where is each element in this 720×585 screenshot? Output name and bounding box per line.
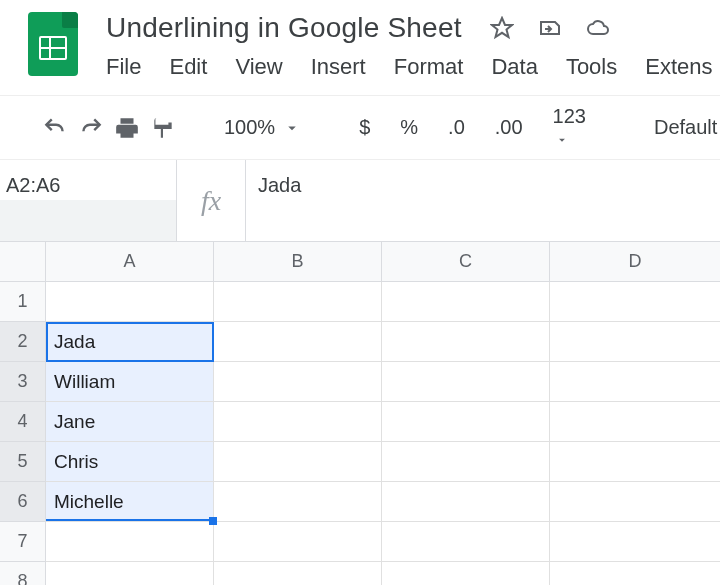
zoom-value: 100% [224, 116, 275, 139]
cell-D5[interactable] [550, 442, 720, 482]
row-header-2[interactable]: 2 [0, 322, 46, 362]
chevron-down-icon [555, 133, 569, 147]
cell-D4[interactable] [550, 402, 720, 442]
chevron-down-icon [283, 119, 301, 137]
menu-view[interactable]: View [235, 54, 282, 80]
row-header-8[interactable]: 8 [0, 562, 46, 585]
cell-B8[interactable] [214, 562, 382, 585]
cell-B1[interactable] [214, 282, 382, 322]
spreadsheet-grid[interactable]: A B C D 1 2 Jada 3 William 4 [0, 242, 720, 585]
cell-A2[interactable]: Jada [46, 322, 214, 362]
cell-B3[interactable] [214, 362, 382, 402]
increase-decimal-button[interactable]: .00 [485, 116, 533, 139]
menu-tools[interactable]: Tools [566, 54, 617, 80]
name-box[interactable]: A2:A6 [0, 160, 176, 241]
cell-C5[interactable] [382, 442, 550, 482]
cell-D8[interactable] [550, 562, 720, 585]
move-icon[interactable] [538, 16, 562, 40]
column-header-C[interactable]: C [382, 242, 550, 282]
row-header-7[interactable]: 7 [0, 522, 46, 562]
selection-handle[interactable] [209, 517, 217, 525]
column-header-A[interactable]: A [46, 242, 214, 282]
cell-A4[interactable]: Jane [46, 402, 214, 442]
menu-insert[interactable]: Insert [311, 54, 366, 80]
svg-marker-0 [492, 18, 512, 37]
name-box-value: A2:A6 [6, 174, 60, 197]
cell-A1[interactable] [46, 282, 214, 322]
cell-C6[interactable] [382, 482, 550, 522]
column-header-B[interactable]: B [214, 242, 382, 282]
cell-C4[interactable] [382, 402, 550, 442]
row-header-6[interactable]: 6 [0, 482, 46, 522]
row-header-4[interactable]: 4 [0, 402, 46, 442]
cell-A5[interactable]: Chris [46, 442, 214, 482]
undo-button[interactable] [42, 111, 68, 145]
paint-format-button[interactable] [150, 111, 176, 145]
menu-bar: File Edit View Insert Format Data Tools … [106, 54, 720, 80]
app-header: Underlining in Google Sheet File Edit Vi… [0, 0, 720, 96]
menu-file[interactable]: File [106, 54, 141, 80]
menu-data[interactable]: Data [491, 54, 537, 80]
cell-D7[interactable] [550, 522, 720, 562]
redo-button[interactable] [78, 111, 104, 145]
cell-B6[interactable] [214, 482, 382, 522]
column-header-D[interactable]: D [550, 242, 720, 282]
row-header-3[interactable]: 3 [0, 362, 46, 402]
cell-B5[interactable] [214, 442, 382, 482]
cell-D3[interactable] [550, 362, 720, 402]
font-dropdown[interactable]: Default [644, 116, 720, 139]
cell-A3[interactable]: William [46, 362, 214, 402]
currency-format-button[interactable]: $ [349, 116, 380, 139]
name-and-formula-bar: A2:A6 fx Jada [0, 160, 720, 242]
menu-edit[interactable]: Edit [169, 54, 207, 80]
select-all-corner[interactable] [0, 242, 46, 282]
percent-format-button[interactable]: % [390, 116, 428, 139]
cell-C8[interactable] [382, 562, 550, 585]
more-formats-button[interactable]: 123 [543, 105, 596, 151]
formula-bar[interactable]: Jada [246, 160, 720, 241]
cell-C2[interactable] [382, 322, 550, 362]
cell-B4[interactable] [214, 402, 382, 442]
zoom-dropdown[interactable]: 100% [224, 116, 301, 139]
cloud-status-icon[interactable] [586, 16, 610, 40]
cell-A6[interactable]: Michelle [46, 482, 214, 522]
cell-A7[interactable] [46, 522, 214, 562]
cell-D2[interactable] [550, 322, 720, 362]
menu-format[interactable]: Format [394, 54, 464, 80]
menu-extensions[interactable]: Extens [645, 54, 712, 80]
cell-C7[interactable] [382, 522, 550, 562]
cell-C3[interactable] [382, 362, 550, 402]
row-header-1[interactable]: 1 [0, 282, 46, 322]
cell-B7[interactable] [214, 522, 382, 562]
star-icon[interactable] [490, 16, 514, 40]
cell-D1[interactable] [550, 282, 720, 322]
fx-icon: fx [176, 160, 246, 241]
row-header-5[interactable]: 5 [0, 442, 46, 482]
sheets-logo [28, 12, 78, 76]
cell-C1[interactable] [382, 282, 550, 322]
cell-D6[interactable] [550, 482, 720, 522]
cell-B2[interactable] [214, 322, 382, 362]
print-button[interactable] [114, 111, 140, 145]
toolbar: 100% $ % .0 .00 123 Default [0, 96, 720, 160]
decrease-decimal-button[interactable]: .0 [438, 116, 475, 139]
document-title[interactable]: Underlining in Google Sheet [106, 12, 462, 44]
cell-A8[interactable] [46, 562, 214, 585]
